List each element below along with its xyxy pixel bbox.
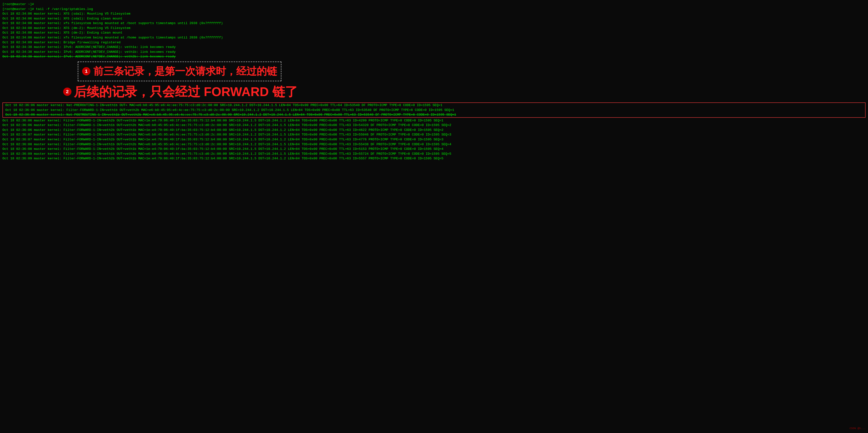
annotation-2-text: 后续的记录，只会经过 FORWARD 链了	[74, 83, 298, 101]
log-line-4: Oct 18 02:34:08 master kernel: XFS (dm-2…	[0, 26, 868, 31]
log-line-7: Oct 18 02:34:09 master kernel: Bridge fi…	[0, 40, 868, 45]
log-line-6: Oct 18 02:34:08 master kernel: xfs files…	[0, 35, 868, 40]
fwd-line-1: Oct 18 02:36:06 master kernel: Filter-FO…	[0, 118, 868, 123]
annotation-1-box: 1 前三条记录，是第一次请求时，经过的链	[78, 62, 281, 81]
fwd-line-9: Oct 18 02:36:09 master kernel: Filter-FO…	[0, 156, 868, 161]
log-line-2: Oct 18 02:34:06 master kernel: XFS (sda1…	[0, 16, 868, 21]
fwd-line-8: Oct 18 02:36:09 master kernel: Filter-FO…	[0, 151, 868, 156]
annotation-1-container: 1 前三条记录，是第一次请求时，经过的链	[78, 62, 868, 81]
log-line-5: Oct 18 02:34:08 master kernel: XFS (dm-2…	[0, 30, 868, 35]
log-line-9: Oct 18 02:34:38 master kernel: IPv6: ADD…	[0, 50, 868, 55]
highlighted-section: Oct 18 02:36:06 master kernel: Nat-PRERO…	[2, 103, 866, 118]
hl-line-1: Oct 18 02:36:06 master kernel: Nat-PRERO…	[3, 103, 865, 108]
annotation-2-container: 2 后续的记录，只会经过 FORWARD 链了	[63, 83, 868, 101]
fwd-line-2: Oct 18 02:36:06 master kernel: Filter-FO…	[0, 123, 868, 128]
hl-line-3: Oct 18 02:36:06 master kernel: Nat-POSTR…	[3, 112, 865, 117]
fwd-line-4: Oct 18 02:36:07 master kernel: Filter-FO…	[0, 132, 868, 137]
badge-1: 1	[82, 67, 90, 76]
fwd-line-7: Oct 18 02:36:08 master kernel: Filter-FO…	[0, 147, 868, 151]
terminal-window: [root@master ~]# [root@master ~]# tail -…	[0, 2, 868, 161]
annotation-1-text: 前三条记录，是第一次请求时，经过的链	[93, 64, 277, 79]
log-line-3: Oct 18 02:34:08 master kernel: xfs files…	[0, 21, 868, 26]
log-line-1: Oct 18 02:34:06 master kernel: XFS (sda1…	[0, 11, 868, 16]
cmd-line: [root@master ~]# tail -f /var/log/iptabl…	[0, 7, 868, 12]
hl-line-2: Oct 18 02:36:06 master kernel: Filter-FO…	[3, 108, 865, 113]
badge-2: 2	[63, 88, 71, 96]
fwd-line-6: Oct 18 02:36:08 master kernel: Filter-FO…	[0, 142, 868, 147]
log-line-10: Oct 18 02:34:38 master kernel: IPv6: ADD…	[0, 54, 868, 59]
fwd-line-3: Oct 18 02:36:06 master kernel: Filter-FO…	[0, 128, 868, 133]
prompt-line-1: [root@master ~]#	[0, 2, 868, 7]
log-line-8: Oct 18 02:34:38 master kernel: IPv6: ADD…	[0, 45, 868, 50]
watermark: CSDN @S...	[849, 427, 866, 431]
fwd-line-5: Oct 18 02:36:07 master kernel: Filter-FO…	[0, 137, 868, 142]
